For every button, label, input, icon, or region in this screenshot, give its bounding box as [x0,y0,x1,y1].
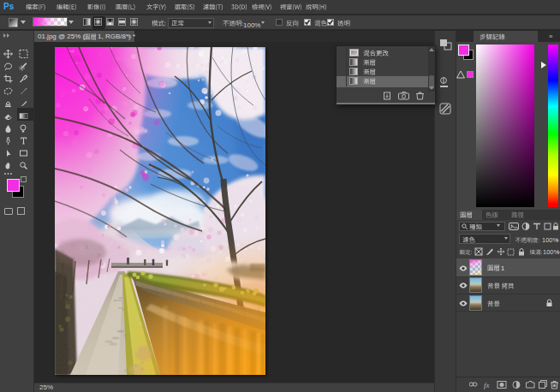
svg-text:fx: fx [484,381,490,389]
